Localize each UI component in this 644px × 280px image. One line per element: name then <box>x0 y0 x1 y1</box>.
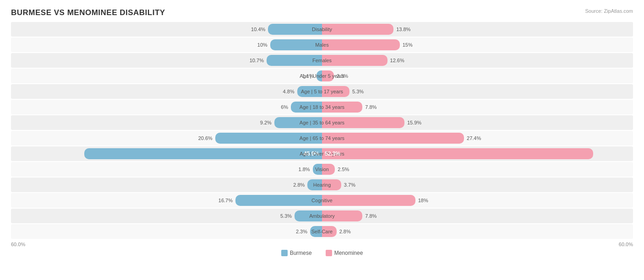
burmese-legend-label: Burmese <box>290 250 312 256</box>
table-row: 10.4% Disability 13.8% <box>11 22 633 37</box>
source-label: Source: ZipAtlas.com <box>585 8 633 14</box>
table-row: 16.7% Cognitive 18% <box>11 193 633 208</box>
legend-menominee: Menominee <box>326 250 363 256</box>
burmese-color-box <box>281 250 288 256</box>
table-row: 10.7% Females 12.6% <box>11 53 633 68</box>
chart-area: 10.4% Disability 13.8% 10% Males 15% 10.… <box>11 22 633 239</box>
table-row: 5.3% Ambulatory 7.8% <box>11 209 633 223</box>
table-row: 6% Age | 18 to 34 years 7.8% <box>11 100 633 114</box>
legend-burmese: Burmese <box>281 250 312 256</box>
table-row: 4.8% Age | 5 to 17 years 5.3% <box>11 84 633 99</box>
axis-labels: 60.0% 60.0% <box>11 242 633 247</box>
table-row: 2.3% Self-Care 2.8% <box>11 224 633 239</box>
table-row: 2.8% Hearing 3.7% <box>11 178 633 192</box>
menominee-color-box <box>326 250 332 256</box>
table-row: 9.2% Age | 35 to 64 years 15.9% <box>11 115 633 130</box>
legend: Burmese Menominee <box>11 250 633 256</box>
chart-title: BURMESE VS MENOMINEE DISABILITY <box>11 8 633 17</box>
axis-left: 60.0% <box>11 242 25 247</box>
axis-right: 60.0% <box>619 242 633 247</box>
menominee-legend-label: Menominee <box>334 250 363 256</box>
table-row: 1.8% Vision 2.5% <box>11 162 633 177</box>
table-row: 20.6% Age | 65 to 74 years 27.4% <box>11 131 633 145</box>
table-row: 45.9% Age | Over 75 years 52.3% <box>11 146 633 161</box>
chart-container: BURMESE VS MENOMINEE DISABILITY Source: … <box>0 0 644 261</box>
table-row: 10% Males 15% <box>11 38 633 52</box>
table-row: 1.1% Age | Under 5 years 2.3% <box>11 69 633 83</box>
